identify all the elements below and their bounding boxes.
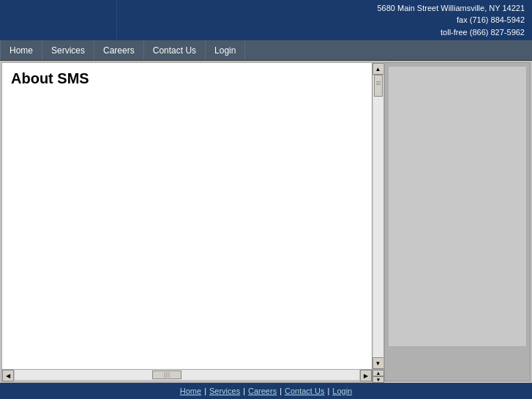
footer-sep-2: | <box>243 387 245 395</box>
content-frame: About SMS <box>2 63 372 369</box>
nav-item-careers[interactable]: Careers <box>94 40 144 60</box>
scroll-right-button[interactable]: ▶ <box>360 370 372 381</box>
scroll-down-button[interactable]: ▼ <box>372 357 384 369</box>
main-container: About SMS ▲ ▼ ◀ <box>0 61 532 383</box>
header-logo <box>0 0 117 40</box>
about-title: About SMS <box>11 70 363 87</box>
header-address: 5680 Main Street Williamsville, NY 14221… <box>117 0 532 40</box>
scroll-up-button[interactable]: ▲ <box>372 63 384 75</box>
navbar: Home Services Careers Contact Us Login <box>0 40 532 61</box>
corner-down-button[interactable]: ▼ <box>372 376 384 383</box>
footer-link-services[interactable]: Services <box>209 387 240 395</box>
footer-link-login[interactable]: Login <box>332 387 352 395</box>
scroll-left-button[interactable]: ◀ <box>2 370 14 381</box>
address-line2: fax (716) 884-5942 <box>457 14 525 26</box>
address-line1: 5680 Main Street Williamsville, NY 14221 <box>377 2 525 15</box>
scroll-thumb-h[interactable] <box>152 370 181 379</box>
vertical-scrollbar[interactable]: ▲ ▼ <box>372 63 383 369</box>
right-panel <box>384 62 531 381</box>
nav-item-home[interactable]: Home <box>0 40 42 60</box>
header: 5680 Main Street Williamsville, NY 14221… <box>0 0 532 40</box>
footer-link-careers[interactable]: Careers <box>248 387 277 395</box>
nav-item-contact-us[interactable]: Contact Us <box>144 40 206 60</box>
nav-item-login[interactable]: Login <box>206 40 245 60</box>
address-line3: toll-free (866) 827-5962 <box>441 26 525 39</box>
footer: Home | Services | Careers | Contact Us |… <box>0 383 532 399</box>
footer-link-contact-us[interactable]: Contact Us <box>285 387 324 395</box>
footer-link-home[interactable]: Home <box>180 387 201 395</box>
scroll-track-h[interactable] <box>15 370 359 380</box>
nav-item-services[interactable]: Services <box>42 40 94 60</box>
footer-sep-3: | <box>280 387 282 395</box>
scroll-thumb-v[interactable] <box>374 75 383 97</box>
scroll-track-v[interactable] <box>373 75 383 357</box>
footer-sep-4: | <box>327 387 329 395</box>
corner-up-button[interactable]: ▲ <box>372 370 384 376</box>
right-panel-inner <box>388 66 527 347</box>
footer-sep-1: | <box>204 387 206 395</box>
